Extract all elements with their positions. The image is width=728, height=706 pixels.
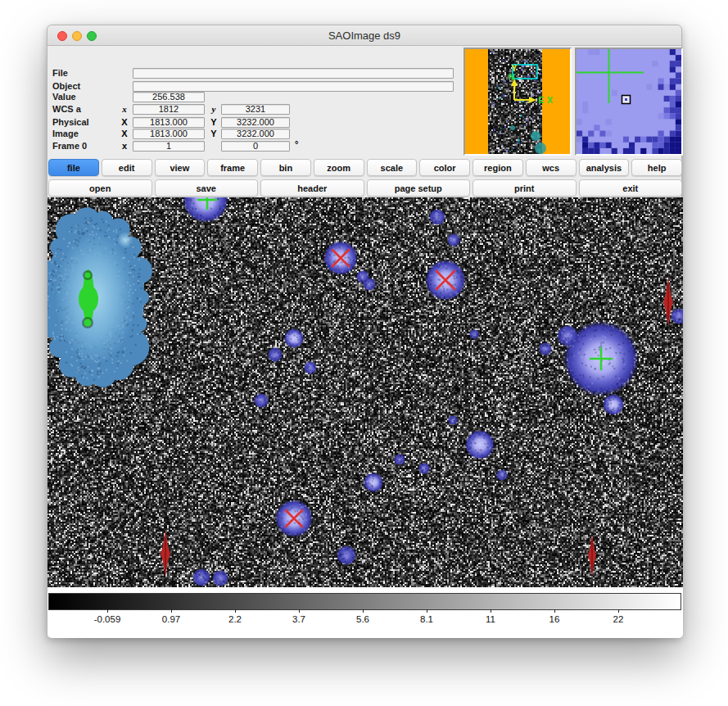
magnifier[interactable]: [575, 48, 683, 156]
image-x-field: 1813.000: [133, 129, 205, 139]
frame-label: Frame 0: [52, 141, 87, 152]
info-panel: File Object Value 256.538 WCS a x 1812 y…: [47, 46, 463, 159]
physical-x-field: 1813.000: [133, 117, 205, 128]
colorbar-label: 8.1: [420, 614, 433, 624]
wcs-x-field: 1812: [133, 104, 205, 115]
panner[interactable]: [463, 48, 572, 156]
file-label: File: [52, 68, 68, 79]
title-bar[interactable]: SAOImage ds9: [47, 25, 681, 46]
colorbar-tick: [427, 609, 427, 613]
info-row-wcs: WCS a x 1812 y 3231: [47, 104, 463, 115]
panner-canvas[interactable]: [465, 49, 570, 154]
menu-bar: file edit view frame bin zoom scale colo…: [48, 159, 682, 176]
info-row-physical: Physical X 1813.000 Y 3232.000: [47, 117, 463, 128]
print-button[interactable]: print: [473, 179, 577, 197]
frame-angle-field: 0: [221, 141, 290, 152]
wcs-y-label: y: [209, 104, 219, 115]
colorbar-tick: [299, 609, 300, 613]
window-title: SAOImage ds9: [47, 29, 681, 42]
file-field: [133, 68, 454, 79]
open-button[interactable]: open: [48, 179, 152, 197]
physical-label: Physical: [52, 117, 89, 128]
wcs-y-field: 3231: [221, 104, 290, 115]
colorbar-area: -0.059 0.97 2.2 3.7 5.6 8.1 11 16 22: [47, 587, 683, 638]
image-x-label: X: [120, 129, 129, 139]
colorbar-label: 2.2: [228, 614, 242, 624]
colorbar-label: 5.6: [356, 614, 369, 624]
ds9-window: SAOImage ds9 File Object Value 256.538 W…: [47, 25, 682, 638]
menu-frame[interactable]: frame: [207, 159, 258, 176]
info-row-file: File: [47, 68, 463, 79]
value-label: Value: [52, 92, 76, 102]
image-display[interactable]: [47, 197, 683, 587]
sky-canvas[interactable]: [47, 197, 683, 587]
menu-bin[interactable]: bin: [260, 159, 311, 176]
image-y-label: Y: [209, 129, 219, 139]
menu-help[interactable]: help: [631, 159, 682, 176]
colorbar-label: 16: [549, 614, 560, 624]
physical-x-label: X: [120, 117, 129, 128]
colorbar[interactable]: [48, 593, 681, 610]
file-button-bar: open save header page setup print exit: [48, 179, 682, 197]
menu-color[interactable]: color: [419, 159, 470, 176]
menu-zoom[interactable]: zoom: [314, 159, 364, 176]
colorbar-tick: [363, 609, 364, 613]
menu-edit[interactable]: edit: [102, 159, 152, 176]
colorbar-label: 11: [486, 614, 495, 624]
menu-file[interactable]: file: [48, 159, 99, 176]
object-field: [133, 81, 454, 92]
magnifier-canvas[interactable]: [577, 49, 681, 154]
frame-x-field: 1: [133, 141, 205, 152]
page-setup-button[interactable]: page setup: [367, 179, 471, 197]
physical-y-label: Y: [209, 117, 219, 128]
colorbar-tick: [618, 609, 619, 613]
info-row-image: Image X 1813.000 Y 3232.000: [47, 129, 463, 139]
wcs-label: WCS a: [52, 104, 81, 115]
info-row-frame: Frame 0 x 1 0 °: [47, 141, 463, 152]
degree-symbol: °: [295, 139, 298, 149]
colorbar-tick: [235, 609, 236, 613]
menu-scale[interactable]: scale: [367, 159, 418, 176]
colorbar-label: -0.059: [94, 614, 121, 624]
object-label: Object: [52, 81, 80, 92]
save-button[interactable]: save: [155, 179, 259, 197]
menu-wcs[interactable]: wcs: [526, 159, 577, 176]
image-y-field: 3232.000: [221, 129, 290, 139]
image-label: Image: [52, 129, 79, 139]
exit-button[interactable]: exit: [579, 179, 683, 197]
menu-region[interactable]: region: [473, 159, 523, 176]
colorbar-tick: [107, 609, 108, 613]
info-row-object: Object: [47, 81, 463, 92]
menu-analysis[interactable]: analysis: [579, 159, 630, 176]
colorbar-tick: [171, 609, 172, 613]
colorbar-label: 0.97: [162, 614, 180, 624]
header-button[interactable]: header: [260, 179, 364, 197]
colorbar-label: 3.7: [292, 614, 305, 624]
info-row-value: Value 256.538: [47, 92, 463, 102]
physical-y-field: 3232.000: [221, 117, 290, 128]
value-field: 256.538: [133, 92, 205, 102]
colorbar-label: 22: [613, 614, 624, 624]
wcs-x-label: x: [120, 104, 129, 115]
frame-x-label: x: [120, 141, 129, 152]
colorbar-tick: [491, 609, 491, 613]
colorbar-tick: [554, 609, 555, 613]
menu-view[interactable]: view: [155, 159, 206, 176]
